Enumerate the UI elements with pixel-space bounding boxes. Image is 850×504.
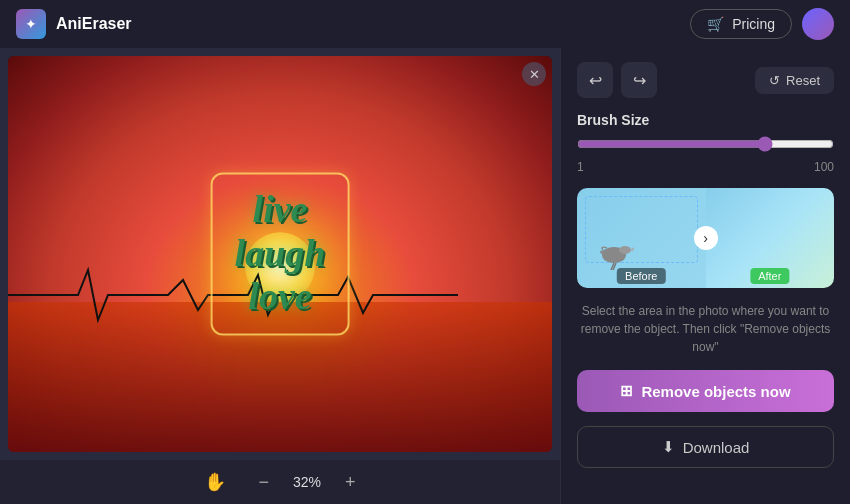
- hand-tool-button[interactable]: ✋: [196, 467, 234, 497]
- canvas-container: ✕ livelaughlove: [8, 56, 552, 452]
- image-background: livelaughlove: [8, 56, 552, 452]
- before-after-preview: Before › After: [577, 188, 834, 288]
- zoom-in-button[interactable]: +: [337, 468, 364, 497]
- slider-max: 100: [814, 160, 834, 174]
- user-avatar[interactable]: [802, 8, 834, 40]
- header: ✦ AniEraser 🛒 Pricing: [0, 0, 850, 48]
- download-label: Download: [683, 439, 750, 456]
- overlay-text: livelaughlove: [235, 188, 326, 319]
- before-label: Before: [617, 268, 665, 284]
- redo-button[interactable]: ↪: [621, 62, 657, 98]
- canvas-area: ✕ livelaughlove: [0, 48, 560, 504]
- pricing-button[interactable]: 🛒 Pricing: [690, 9, 792, 39]
- download-icon: ⬇: [662, 438, 675, 456]
- remove-label: Remove objects now: [641, 383, 790, 400]
- after-preview: After: [706, 188, 835, 288]
- bird-graphic: [589, 230, 639, 270]
- before-preview: Before: [577, 188, 706, 288]
- main-content: ✕ livelaughlove: [0, 48, 850, 504]
- canvas-close-button[interactable]: ✕: [522, 62, 546, 86]
- cart-icon: 🛒: [707, 16, 724, 32]
- slider-labels: 1 100: [577, 160, 834, 174]
- reset-button[interactable]: ↺ Reset: [755, 67, 834, 94]
- reset-icon: ↺: [769, 73, 780, 88]
- controls-row: ↩ ↪ ↺ Reset: [577, 62, 834, 98]
- header-left: ✦ AniEraser: [16, 9, 132, 39]
- preview-divider: ›: [694, 226, 718, 250]
- remove-objects-button[interactable]: ⊞ Remove objects now: [577, 370, 834, 412]
- brush-size-slider[interactable]: [577, 136, 834, 152]
- text-overlay-box: livelaughlove: [211, 172, 350, 335]
- header-right: 🛒 Pricing: [690, 8, 834, 40]
- zoom-level: 32%: [293, 474, 321, 490]
- slider-min: 1: [577, 160, 584, 174]
- download-button[interactable]: ⬇ Download: [577, 426, 834, 468]
- app-title: AniEraser: [56, 15, 132, 33]
- svg-marker-2: [631, 247, 635, 252]
- undo-button[interactable]: ↩: [577, 62, 613, 98]
- hint-text: Select the area in the photo where you w…: [577, 302, 834, 356]
- canvas-toolbar: ✋ − 32% +: [0, 460, 560, 504]
- canvas-image[interactable]: livelaughlove: [8, 56, 552, 452]
- reset-label: Reset: [786, 73, 820, 88]
- after-label: After: [750, 268, 789, 284]
- brush-size-section: Brush Size 1 100: [577, 112, 834, 174]
- brush-size-label: Brush Size: [577, 112, 834, 128]
- hint-text-content: Select the area in the photo where you w…: [581, 304, 831, 354]
- zoom-out-button[interactable]: −: [250, 468, 277, 497]
- pricing-label: Pricing: [732, 16, 775, 32]
- redo-icon: ↪: [633, 71, 646, 90]
- app-logo: ✦: [16, 9, 46, 39]
- right-panel: ↩ ↪ ↺ Reset Brush Size 1 100: [560, 48, 850, 504]
- remove-icon: ⊞: [620, 382, 633, 400]
- svg-point-1: [619, 246, 631, 254]
- undo-icon: ↩: [589, 71, 602, 90]
